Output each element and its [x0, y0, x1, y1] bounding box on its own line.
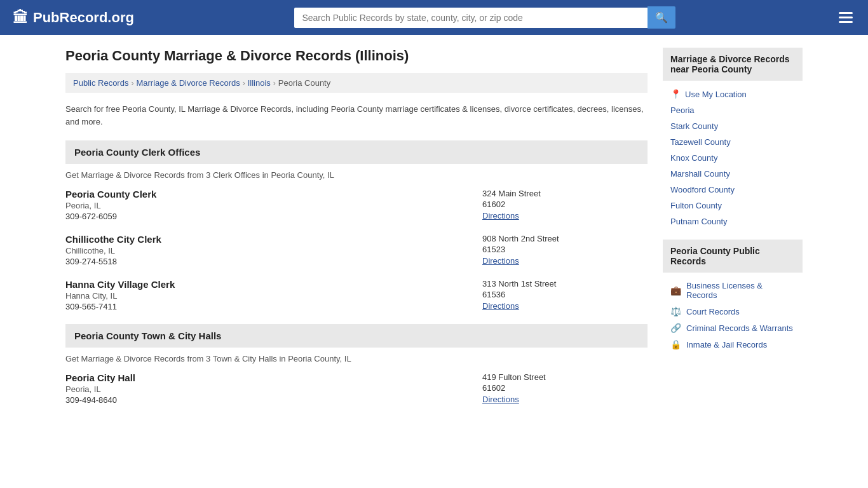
sidebar-link-knox[interactable]: Knox County — [663, 150, 803, 166]
sidebar-link-peoria[interactable]: Peoria — [663, 102, 803, 118]
search-input[interactable] — [294, 8, 648, 28]
location-icon: 📍 — [670, 89, 681, 99]
clerk-office-2-directions: Directions — [482, 255, 648, 266]
sidebar-court-records[interactable]: ⚖️ Court Records — [663, 303, 803, 320]
breadcrumb-marriage-divorce[interactable]: Marriage & Divorce Records — [136, 78, 240, 88]
breadcrumb-sep-2: › — [243, 79, 245, 88]
clerk-office-3-city: Hanna City, IL — [65, 291, 482, 301]
sidebar-link-woodford[interactable]: Woodford County — [663, 182, 803, 198]
cityhall-office-1-zip: 61602 — [482, 383, 648, 393]
use-location-label: Use My Location — [685, 90, 747, 99]
sidebar-use-location[interactable]: 📍 Use My Location — [663, 86, 803, 102]
search-icon: 🔍 — [655, 12, 668, 23]
cityhall-office-1-city: Peoria, IL — [65, 384, 482, 394]
cityhall-office-1-directions: Directions — [482, 394, 648, 404]
site-logo[interactable]: 🏛 PubRecord.org — [13, 9, 134, 27]
sidebar-public-records-title: Peoria County Public Records — [663, 240, 803, 273]
clerk-office-2-address: 908 North 2nd Street — [482, 234, 648, 243]
breadcrumb-sep-3: › — [273, 79, 276, 88]
clerk-office-2-city: Chillicothe, IL — [65, 246, 482, 255]
clerk-office-2-left: Chillicothe City Clerk Chillicothe, IL 3… — [65, 234, 482, 266]
cityhall-office-1-right: 419 Fulton Street 61602 Directions — [482, 372, 648, 405]
search-container: 🔍 — [294, 6, 675, 29]
sidebar-inmate-records[interactable]: 🔒 Inmate & Jail Records — [663, 336, 803, 353]
clerk-office-1: Peoria County Clerk Peoria, IL 309-672-6… — [65, 189, 648, 221]
business-icon: 💼 — [670, 285, 681, 295]
clerk-office-3-address: 313 North 1st Street — [482, 279, 648, 288]
cityhall-section-header: Peoria County Town & City Halls — [65, 324, 648, 348]
clerk-office-1-name: Peoria County Clerk — [65, 189, 482, 200]
logo-text: PubRecord.org — [33, 10, 134, 26]
sidebar-criminal-records[interactable]: 🔗 Criminal Records & Warrants — [663, 320, 803, 336]
page-title: Peoria County Marriage & Divorce Records… — [65, 48, 648, 64]
sidebar-link-stark[interactable]: Stark County — [663, 118, 803, 134]
clerk-office-3-phone: 309-565-7411 — [65, 302, 482, 311]
inmate-records-label: Inmate & Jail Records — [686, 340, 767, 349]
clerk-office-3-directions-link[interactable]: Directions — [482, 301, 519, 311]
clerk-section-subtitle: Get Marriage & Divorce Records from 3 Cl… — [65, 170, 648, 180]
breadcrumb-current: Peoria County — [278, 78, 330, 88]
sidebar-link-marshall[interactable]: Marshall County — [663, 166, 803, 182]
clerk-office-1-left: Peoria County Clerk Peoria, IL 309-672-6… — [65, 189, 482, 221]
breadcrumb: Public Records › Marriage & Divorce Reco… — [65, 73, 648, 93]
sidebar-link-fulton[interactable]: Fulton County — [663, 198, 803, 214]
breadcrumb-public-records[interactable]: Public Records — [73, 78, 128, 88]
clerk-office-3: Hanna City Village Clerk Hanna City, IL … — [65, 279, 648, 311]
main-container: Peoria County Marriage & Divorce Records… — [53, 35, 815, 430]
menu-bar-3 — [839, 21, 853, 23]
clerk-office-1-address: 324 Main Street — [482, 189, 648, 198]
search-button[interactable]: 🔍 — [648, 6, 675, 29]
clerk-office-1-phone: 309-672-6059 — [65, 212, 482, 221]
content-area: Peoria County Marriage & Divorce Records… — [65, 48, 648, 417]
criminal-icon: 🔗 — [670, 323, 681, 333]
menu-bar-2 — [839, 17, 853, 18]
clerk-office-2-zip: 61523 — [482, 245, 648, 254]
clerk-office-2: Chillicothe City Clerk Chillicothe, IL 3… — [65, 234, 648, 266]
sidebar-public-records-section: Peoria County Public Records 💼 Business … — [663, 240, 803, 353]
court-records-label: Court Records — [686, 307, 740, 316]
clerk-office-2-right: 908 North 2nd Street 61523 Directions — [482, 234, 648, 266]
clerk-office-1-city: Peoria, IL — [65, 201, 482, 210]
cityhall-office-1-phone: 309-494-8640 — [65, 395, 482, 405]
clerk-office-3-directions: Directions — [482, 301, 648, 311]
criminal-records-label: Criminal Records & Warrants — [686, 323, 793, 333]
clerk-office-1-directions: Directions — [482, 210, 648, 220]
cityhall-office-1-address: 419 Fulton Street — [482, 372, 648, 382]
logo-icon: 🏛 — [13, 9, 28, 27]
menu-bar-1 — [839, 12, 853, 14]
clerk-office-1-right: 324 Main Street 61602 Directions — [482, 189, 648, 221]
clerk-office-3-name: Hanna City Village Clerk — [65, 279, 482, 290]
clerk-section-header: Peoria County Clerk Offices — [65, 140, 648, 164]
site-header: 🏛 PubRecord.org 🔍 — [0, 0, 868, 35]
breadcrumb-sep-1: › — [131, 79, 133, 88]
sidebar-link-putnam[interactable]: Putnam County — [663, 214, 803, 229]
clerk-office-2-phone: 309-274-5518 — [65, 257, 482, 266]
cityhall-office-1-name: Peoria City Hall — [65, 372, 482, 383]
cityhall-section-subtitle: Get Marriage & Divorce Records from 3 To… — [65, 354, 648, 363]
clerk-office-3-zip: 61536 — [482, 290, 648, 299]
sidebar-link-tazewell[interactable]: Tazewell County — [663, 134, 803, 150]
clerk-office-2-name: Chillicothe City Clerk — [65, 234, 482, 245]
business-licenses-label: Business Licenses & Records — [686, 281, 795, 300]
sidebar-nearby-title: Marriage & Divorce Records near Peoria C… — [663, 48, 803, 81]
clerk-office-2-directions-link[interactable]: Directions — [482, 256, 519, 266]
clerk-office-3-right: 313 North 1st Street 61536 Directions — [482, 279, 648, 311]
court-icon: ⚖️ — [670, 306, 681, 316]
sidebar-business-licenses[interactable]: 💼 Business Licenses & Records — [663, 278, 803, 303]
cityhall-office-1-left: Peoria City Hall Peoria, IL 309-494-8640 — [65, 372, 482, 405]
cityhall-office-1: Peoria City Hall Peoria, IL 309-494-8640… — [65, 372, 648, 405]
clerk-office-3-left: Hanna City Village Clerk Hanna City, IL … — [65, 279, 482, 311]
clerk-office-1-directions-link[interactable]: Directions — [482, 211, 519, 220]
sidebar: Marriage & Divorce Records near Peoria C… — [663, 48, 803, 417]
clerk-office-1-zip: 61602 — [482, 200, 648, 209]
cityhall-office-1-directions-link[interactable]: Directions — [482, 395, 519, 404]
page-description: Search for free Peoria County, IL Marria… — [65, 103, 648, 128]
breadcrumb-illinois[interactable]: Illinois — [248, 78, 271, 88]
menu-button[interactable] — [836, 10, 855, 25]
inmate-icon: 🔒 — [670, 339, 681, 349]
